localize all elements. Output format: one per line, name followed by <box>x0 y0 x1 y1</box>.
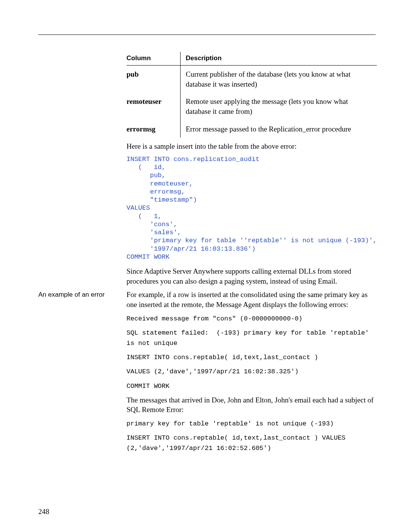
code-line-pk-msg: primary key for table 'reptable' is not … <box>127 419 376 429</box>
table-row: remoteuser Remote user applying the mess… <box>127 93 377 120</box>
table-cell-column: remoteuser <box>127 93 180 120</box>
code-line-sql-failed: SQL statement failed: (-193) primary key… <box>127 328 376 348</box>
sidebar-heading-example: An example of an error <box>38 290 127 299</box>
code-line-values: VALUES (2,'dave','1997/apr/21 16:02:38.3… <box>127 366 376 377</box>
table-cell-description: Current publisher of the database (lets … <box>180 65 377 93</box>
paragraph-example-intro: For example, if a row is inserted at the… <box>127 290 376 309</box>
code-line-commit: COMMIT WORK <box>127 381 376 391</box>
table-row: errormsg Error message passed to the Rep… <box>127 120 377 138</box>
header-rule <box>38 34 376 35</box>
table-cell-description: Remote user applying the message (lets y… <box>180 93 377 120</box>
table-row: pub Current publisher of the database (l… <box>127 65 377 93</box>
left-gutter <box>38 52 127 53</box>
table-cell-column: errormsg <box>127 120 180 138</box>
paragraph-dll-note: Since Adaptive Server Anywhere supports … <box>127 266 377 286</box>
code-line-insert: INSERT INTO cons.reptable( id,text,last_… <box>127 352 376 363</box>
paragraph-sample-intro: Here is a sample insert into the table f… <box>127 141 377 151</box>
table-header-description: Description <box>180 52 377 65</box>
table-cell-description: Error message passed to the Replication_… <box>180 120 377 138</box>
code-block-insert-audit: INSERT INTO cons.replication_audit ( id,… <box>127 155 377 261</box>
page-number: 248 <box>38 507 49 517</box>
table-cell-column: pub <box>127 65 180 93</box>
table-header-column: Column <box>127 52 180 65</box>
code-line-insert-values: INSERT INTO cons.reptable( id,text,last_… <box>127 433 376 453</box>
column-description-table: Column Description pub Current publisher… <box>127 52 377 138</box>
paragraph-email-note: The messages that arrived in Doe, John a… <box>127 395 376 415</box>
code-line-received: Received message from "cons" (0-00000000… <box>127 314 376 324</box>
